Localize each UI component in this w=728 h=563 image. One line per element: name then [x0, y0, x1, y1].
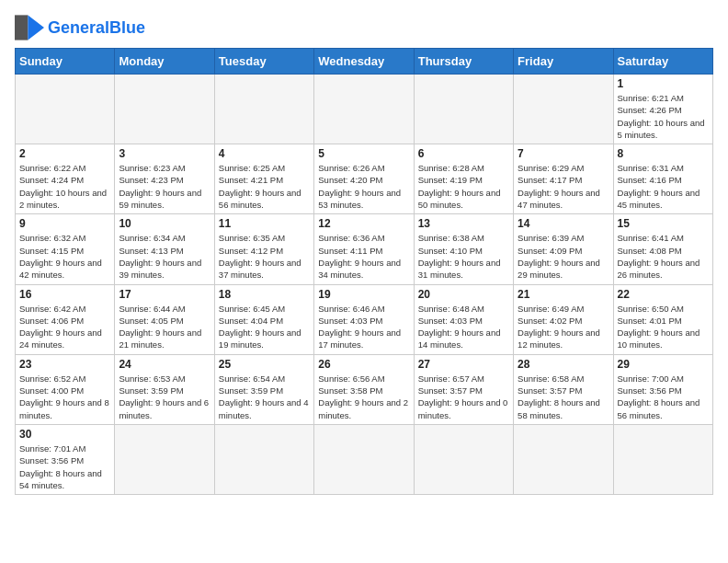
week-row-5: 23Sunrise: 6:52 AM Sunset: 4:00 PM Dayli… [16, 354, 713, 424]
day-number: 21 [518, 288, 609, 301]
day-cell [414, 424, 513, 494]
weekday-header-monday: Monday [115, 49, 214, 75]
day-info: Sunrise: 7:00 AM Sunset: 3:56 PM Dayligh… [618, 373, 709, 421]
day-number: 12 [318, 217, 409, 230]
day-info: Sunrise: 6:54 AM Sunset: 3:59 PM Dayligh… [219, 373, 310, 421]
day-number: 17 [119, 288, 210, 301]
day-info: Sunrise: 6:29 AM Sunset: 4:17 PM Dayligh… [518, 162, 609, 211]
day-cell: 15Sunrise: 6:41 AM Sunset: 4:08 PM Dayli… [613, 214, 712, 284]
svg-marker-1 [28, 15, 44, 40]
day-cell: 14Sunrise: 6:39 AM Sunset: 4:09 PM Dayli… [514, 214, 613, 284]
day-info: Sunrise: 6:52 AM Sunset: 4:00 PM Dayligh… [19, 373, 110, 421]
day-number: 14 [518, 217, 609, 230]
week-row-3: 9Sunrise: 6:32 AM Sunset: 4:15 PM Daylig… [16, 214, 713, 284]
day-number: 20 [418, 288, 509, 301]
day-cell [16, 75, 115, 144]
week-row-6: 30Sunrise: 7:01 AM Sunset: 3:56 PM Dayli… [16, 424, 713, 494]
day-cell: 5Sunrise: 6:26 AM Sunset: 4:20 PM Daylig… [314, 144, 414, 214]
day-number: 27 [418, 358, 509, 371]
day-cell [214, 424, 313, 494]
logo-general: General [48, 18, 109, 37]
day-info: Sunrise: 6:42 AM Sunset: 4:06 PM Dayligh… [19, 303, 110, 351]
day-info: Sunrise: 6:41 AM Sunset: 4:08 PM Dayligh… [618, 232, 709, 281]
day-info: Sunrise: 6:23 AM Sunset: 4:23 PM Dayligh… [119, 162, 210, 211]
day-cell [514, 75, 613, 144]
day-number: 13 [418, 217, 509, 230]
day-cell [214, 75, 313, 144]
day-cell: 11Sunrise: 6:35 AM Sunset: 4:12 PM Dayli… [214, 214, 313, 284]
day-number: 26 [318, 358, 409, 371]
day-info: Sunrise: 6:56 AM Sunset: 3:58 PM Dayligh… [318, 373, 409, 421]
day-cell: 1Sunrise: 6:21 AM Sunset: 4:26 PM Daylig… [613, 75, 712, 144]
day-cell: 9Sunrise: 6:32 AM Sunset: 4:15 PM Daylig… [16, 214, 115, 284]
day-cell: 6Sunrise: 6:28 AM Sunset: 4:19 PM Daylig… [414, 144, 513, 214]
weekday-header-sunday: Sunday [16, 49, 115, 75]
day-number: 23 [19, 358, 110, 371]
day-number: 7 [518, 147, 609, 160]
day-cell: 22Sunrise: 6:50 AM Sunset: 4:01 PM Dayli… [613, 284, 712, 354]
weekday-header-thursday: Thursday [414, 49, 513, 75]
day-info: Sunrise: 6:34 AM Sunset: 4:13 PM Dayligh… [119, 232, 210, 281]
day-number: 25 [219, 358, 310, 371]
day-number: 8 [618, 147, 709, 160]
day-number: 2 [19, 147, 110, 160]
day-cell: 8Sunrise: 6:31 AM Sunset: 4:16 PM Daylig… [613, 144, 712, 214]
week-row-4: 16Sunrise: 6:42 AM Sunset: 4:06 PM Dayli… [16, 284, 713, 354]
logo: GeneralBlue [15, 15, 145, 40]
day-number: 15 [618, 217, 709, 230]
day-cell: 2Sunrise: 6:22 AM Sunset: 4:24 PM Daylig… [16, 144, 115, 214]
day-cell: 27Sunrise: 6:57 AM Sunset: 3:57 PM Dayli… [414, 354, 513, 424]
day-number: 9 [19, 217, 110, 230]
day-cell [514, 424, 613, 494]
logo-blue: Blue [109, 18, 145, 37]
day-cell: 29Sunrise: 7:00 AM Sunset: 3:56 PM Dayli… [613, 354, 712, 424]
svg-rect-0 [15, 15, 28, 40]
weekday-header-row: SundayMondayTuesdayWednesdayThursdayFrid… [16, 49, 713, 75]
day-cell: 30Sunrise: 7:01 AM Sunset: 3:56 PM Dayli… [16, 424, 115, 494]
day-number: 4 [219, 147, 310, 160]
day-number: 16 [19, 288, 110, 301]
day-info: Sunrise: 6:21 AM Sunset: 4:26 PM Dayligh… [618, 92, 709, 141]
day-number: 1 [618, 77, 709, 90]
weekday-header-tuesday: Tuesday [214, 49, 313, 75]
day-number: 30 [19, 428, 110, 441]
day-cell [115, 75, 214, 144]
logo-text: GeneralBlue [48, 19, 145, 36]
day-info: Sunrise: 6:39 AM Sunset: 4:09 PM Dayligh… [518, 232, 609, 281]
day-cell: 10Sunrise: 6:34 AM Sunset: 4:13 PM Dayli… [115, 214, 214, 284]
day-number: 22 [618, 288, 709, 301]
day-info: Sunrise: 6:35 AM Sunset: 4:12 PM Dayligh… [219, 232, 310, 281]
day-info: Sunrise: 6:48 AM Sunset: 4:03 PM Dayligh… [418, 303, 509, 351]
day-cell: 16Sunrise: 6:42 AM Sunset: 4:06 PM Dayli… [16, 284, 115, 354]
day-number: 11 [219, 217, 310, 230]
weekday-header-saturday: Saturday [613, 49, 712, 75]
day-info: Sunrise: 6:36 AM Sunset: 4:11 PM Dayligh… [318, 232, 409, 281]
day-info: Sunrise: 6:57 AM Sunset: 3:57 PM Dayligh… [418, 373, 509, 421]
day-number: 28 [518, 358, 609, 371]
day-info: Sunrise: 6:28 AM Sunset: 4:19 PM Dayligh… [418, 162, 509, 211]
day-cell: 25Sunrise: 6:54 AM Sunset: 3:59 PM Dayli… [214, 354, 313, 424]
day-info: Sunrise: 6:22 AM Sunset: 4:24 PM Dayligh… [19, 162, 110, 211]
day-info: Sunrise: 6:38 AM Sunset: 4:10 PM Dayligh… [418, 232, 509, 281]
logo-icon [15, 15, 44, 40]
day-cell [314, 75, 414, 144]
day-info: Sunrise: 6:25 AM Sunset: 4:21 PM Dayligh… [219, 162, 310, 211]
day-cell: 19Sunrise: 6:46 AM Sunset: 4:03 PM Dayli… [314, 284, 414, 354]
day-cell: 13Sunrise: 6:38 AM Sunset: 4:10 PM Dayli… [414, 214, 513, 284]
day-number: 24 [119, 358, 210, 371]
day-info: Sunrise: 6:58 AM Sunset: 3:57 PM Dayligh… [518, 373, 609, 421]
day-cell: 12Sunrise: 6:36 AM Sunset: 4:11 PM Dayli… [314, 214, 414, 284]
day-info: Sunrise: 6:31 AM Sunset: 4:16 PM Dayligh… [618, 162, 709, 211]
day-cell: 17Sunrise: 6:44 AM Sunset: 4:05 PM Dayli… [115, 284, 214, 354]
day-cell [115, 424, 214, 494]
day-cell [314, 424, 414, 494]
day-info: Sunrise: 6:44 AM Sunset: 4:05 PM Dayligh… [119, 303, 210, 351]
day-number: 3 [119, 147, 210, 160]
day-cell: 28Sunrise: 6:58 AM Sunset: 3:57 PM Dayli… [514, 354, 613, 424]
day-cell: 7Sunrise: 6:29 AM Sunset: 4:17 PM Daylig… [514, 144, 613, 214]
day-number: 6 [418, 147, 509, 160]
day-number: 10 [119, 217, 210, 230]
day-cell: 21Sunrise: 6:49 AM Sunset: 4:02 PM Dayli… [514, 284, 613, 354]
day-cell: 4Sunrise: 6:25 AM Sunset: 4:21 PM Daylig… [214, 144, 313, 214]
page-header: GeneralBlue [15, 15, 713, 40]
